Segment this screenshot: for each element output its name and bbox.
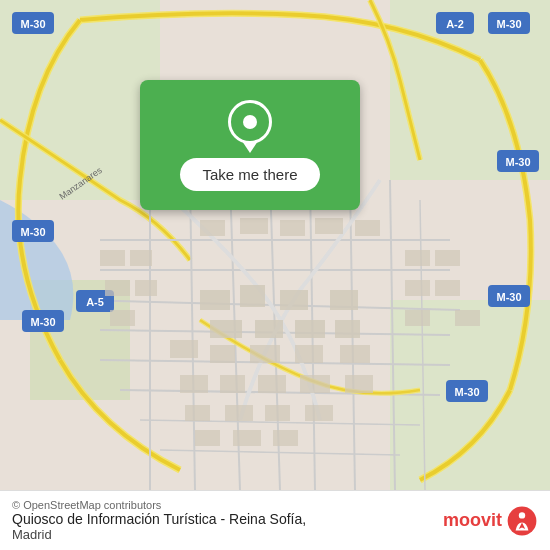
svg-rect-80	[110, 310, 135, 326]
svg-rect-46	[330, 290, 358, 310]
svg-rect-71	[405, 280, 430, 296]
svg-rect-64	[273, 430, 298, 446]
svg-rect-74	[435, 280, 460, 296]
svg-rect-65	[200, 220, 225, 236]
svg-text:A-5: A-5	[86, 296, 104, 308]
svg-rect-59	[225, 405, 253, 421]
city-name: Madrid	[12, 527, 306, 542]
svg-rect-48	[170, 340, 198, 358]
take-me-there-button[interactable]: Take me there	[180, 158, 319, 191]
svg-rect-75	[455, 310, 480, 326]
svg-rect-41	[240, 285, 265, 307]
svg-text:M-30: M-30	[20, 18, 45, 30]
svg-rect-40	[200, 290, 230, 310]
svg-rect-53	[180, 375, 208, 393]
svg-point-81	[508, 506, 537, 535]
svg-rect-58	[185, 405, 210, 421]
moovit-logo: moovit	[443, 505, 538, 537]
svg-rect-60	[265, 405, 290, 421]
svg-rect-76	[100, 250, 125, 266]
location-pin-icon	[228, 100, 272, 144]
svg-text:M-30: M-30	[30, 316, 55, 328]
svg-text:M-30: M-30	[505, 156, 530, 168]
svg-point-82	[519, 512, 525, 518]
svg-rect-51	[295, 345, 323, 363]
place-info: © OpenStreetMap contributors Quiosco de …	[12, 499, 306, 542]
place-name: Quiosco de Información Turística - Reina…	[12, 511, 306, 527]
svg-rect-44	[255, 320, 283, 338]
svg-rect-67	[280, 220, 305, 236]
svg-text:A-2: A-2	[446, 18, 464, 30]
map-container: M-30 M-30 M-30 M-30 M-30 M-30 M-30 A-5 A…	[0, 0, 550, 490]
svg-rect-66	[240, 218, 268, 234]
moovit-icon	[506, 505, 538, 537]
svg-rect-73	[435, 250, 460, 266]
svg-rect-50	[250, 345, 280, 363]
copyright-text: © OpenStreetMap contributors	[12, 499, 306, 511]
svg-rect-72	[405, 310, 430, 326]
svg-rect-70	[405, 250, 430, 266]
svg-text:M-30: M-30	[20, 226, 45, 238]
svg-rect-79	[135, 280, 157, 296]
svg-rect-56	[300, 375, 330, 393]
svg-rect-45	[295, 320, 325, 338]
svg-text:M-30: M-30	[496, 291, 521, 303]
svg-rect-69	[355, 220, 380, 236]
svg-rect-78	[105, 280, 130, 296]
svg-rect-77	[130, 250, 152, 266]
svg-text:M-30: M-30	[496, 18, 521, 30]
svg-text:M-30: M-30	[454, 386, 479, 398]
svg-rect-55	[258, 375, 286, 393]
info-bar: © OpenStreetMap contributors Quiosco de …	[0, 490, 550, 550]
svg-rect-47	[335, 320, 360, 338]
svg-rect-61	[305, 405, 333, 421]
svg-rect-52	[340, 345, 370, 363]
svg-rect-54	[220, 375, 245, 393]
location-popup: Take me there	[140, 80, 360, 210]
pin-dot	[243, 115, 257, 129]
svg-rect-43	[210, 320, 242, 338]
svg-rect-63	[233, 430, 261, 446]
moovit-text: moovit	[443, 510, 502, 531]
svg-rect-49	[210, 345, 235, 363]
svg-rect-62	[195, 430, 220, 446]
svg-rect-42	[280, 290, 308, 310]
svg-rect-57	[345, 375, 373, 393]
map-background: M-30 M-30 M-30 M-30 M-30 M-30 M-30 A-5 A…	[0, 0, 550, 490]
svg-rect-68	[315, 218, 343, 234]
